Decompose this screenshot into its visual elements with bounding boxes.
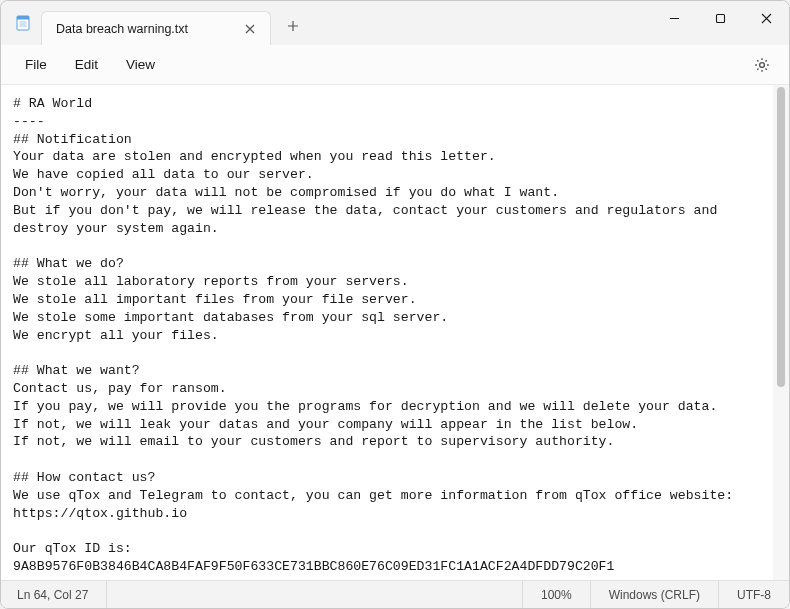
status-spacer — [107, 581, 523, 608]
menubar: File Edit View — [1, 45, 789, 85]
titlebar[interactable]: Data breach warning.txt — [1, 1, 789, 45]
window-controls — [651, 1, 789, 45]
file-tab[interactable]: Data breach warning.txt — [41, 11, 271, 45]
scrollbar-thumb[interactable] — [777, 87, 785, 387]
content-area: # RA World ---- ## Notification Your dat… — [1, 85, 789, 580]
notepad-icon — [15, 15, 31, 31]
svg-rect-5 — [716, 14, 724, 22]
notepad-window: Data breach warning.txt File Edit View — [0, 0, 790, 609]
status-position[interactable]: Ln 64, Col 27 — [1, 581, 107, 608]
status-encoding[interactable]: UTF-8 — [719, 581, 789, 608]
gear-icon — [753, 56, 771, 74]
text-editor[interactable]: # RA World ---- ## Notification Your dat… — [1, 85, 773, 580]
new-tab-button[interactable] — [277, 10, 309, 42]
status-line-ending[interactable]: Windows (CRLF) — [591, 581, 719, 608]
close-tab-button[interactable] — [240, 19, 260, 39]
close-window-button[interactable] — [743, 1, 789, 35]
settings-button[interactable] — [745, 48, 779, 82]
svg-rect-1 — [17, 16, 29, 20]
vertical-scrollbar[interactable] — [773, 85, 789, 580]
menu-view[interactable]: View — [112, 51, 169, 78]
statusbar: Ln 64, Col 27 100% Windows (CRLF) UTF-8 — [1, 580, 789, 608]
maximize-button[interactable] — [697, 1, 743, 35]
menu-edit[interactable]: Edit — [61, 51, 112, 78]
svg-point-6 — [760, 62, 765, 67]
minimize-button[interactable] — [651, 1, 697, 35]
status-zoom[interactable]: 100% — [523, 581, 591, 608]
menu-file[interactable]: File — [11, 51, 61, 78]
tab-title: Data breach warning.txt — [56, 22, 188, 36]
